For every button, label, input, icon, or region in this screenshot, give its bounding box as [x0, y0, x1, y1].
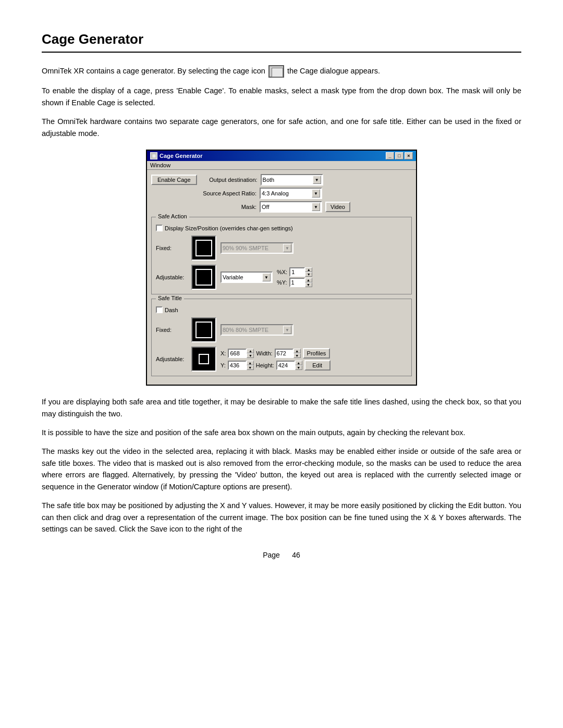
- paragraph-1: OmniTek XR contains a cage generator. By…: [42, 65, 521, 78]
- mask-value: Off: [262, 204, 312, 210]
- dash-label: Dash: [165, 307, 178, 313]
- paragraph-6: The masks key out the video in the selec…: [42, 446, 521, 492]
- safe-action-title: Safe Action: [156, 213, 189, 219]
- safe-title-height-spin-up[interactable]: ▲: [295, 361, 302, 365]
- safe-action-fixed-select: 90% 90% SMPTE ▼: [221, 242, 293, 254]
- profiles-button[interactable]: Profiles: [303, 348, 331, 359]
- titlebar-left: ⊞ Cage Generator: [150, 152, 203, 159]
- source-aspect-value: 4:3 Analog: [262, 190, 312, 196]
- safe-title-xy-row: X: ▲ ▼ Width:: [221, 348, 331, 359]
- mask-label: Mask:: [199, 204, 256, 210]
- footer-page-label: Page: [263, 551, 280, 559]
- display-size-label: Display Size/Position (overrides char-ge…: [165, 225, 293, 231]
- dialog-title: Cage Generator: [160, 153, 203, 159]
- safe-action-y-input[interactable]: 1: [289, 278, 305, 287]
- safe-action-checkbox-row: Display Size/Position (overrides char-ge…: [156, 225, 407, 231]
- safe-title-x-spin-down[interactable]: ▼: [247, 353, 254, 358]
- footer-page-number: 46: [292, 551, 300, 559]
- safe-action-x-spinbox: 1 ▲ ▼: [289, 267, 312, 277]
- percent-x-label: %X:: [277, 269, 287, 275]
- dialog-body: Enable Cage Output destination: Both ▼ S…: [147, 170, 416, 385]
- safe-title-y-spin-up[interactable]: ▲: [247, 361, 254, 365]
- mask-row: Mask: Off ▼ Video: [151, 201, 412, 213]
- paragraph-2: To enable the display of a cage, press '…: [42, 85, 521, 108]
- dialog-icon: ⊞: [150, 152, 157, 159]
- safe-action-adjustable-inner: [195, 269, 212, 286]
- safe-action-adjustable-select[interactable]: Variable ▼: [221, 272, 273, 283]
- safe-title-fixed-arrow: ▼: [283, 326, 291, 334]
- safe-title-height-row: Y: ▲ ▼ Height:: [221, 360, 331, 371]
- safe-title-fixed-inner: [195, 322, 212, 338]
- safe-title-group-title: Safe Title: [156, 295, 184, 301]
- safe-title-width-spin-down[interactable]: ▼: [293, 353, 301, 358]
- paragraph-4: If you are displaying both safe area and…: [42, 396, 521, 419]
- safe-title-y-spin-buttons: ▲ ▼: [247, 361, 254, 370]
- safe-title-adjustable-inner: [199, 354, 209, 364]
- safe-title-fixed-value: 80% 80% SMPTE: [223, 327, 283, 333]
- safe-title-checkbox-row: Dash: [156, 306, 407, 313]
- y-label: Y:: [221, 362, 226, 368]
- enable-output-row: Enable Cage Output destination: Both ▼: [151, 174, 412, 186]
- safe-action-y-spin-down[interactable]: ▼: [305, 282, 312, 287]
- cage-icon: [268, 65, 284, 78]
- source-aspect-select[interactable]: 4:3 Analog ▼: [260, 188, 322, 199]
- safe-title-height-spinbox: ▲ ▼: [276, 361, 302, 370]
- safe-title-fixed-select: 80% 80% SMPTE ▼: [221, 324, 293, 336]
- close-button[interactable]: ×: [405, 152, 413, 159]
- safe-action-x-spin-down[interactable]: ▼: [305, 272, 312, 277]
- mask-select[interactable]: Off ▼: [260, 201, 322, 213]
- x-label: X:: [221, 350, 226, 356]
- safe-action-group: Safe Action Display Size/Position (overr…: [151, 217, 412, 294]
- width-label: Width:: [256, 350, 272, 356]
- safe-title-x-spin-up[interactable]: ▲: [247, 349, 254, 353]
- source-aspect-arrow[interactable]: ▼: [312, 189, 320, 198]
- dialog-menubar: Window: [147, 161, 416, 170]
- safe-title-width-spin-up[interactable]: ▲: [293, 349, 301, 353]
- safe-action-fixed-preview: [191, 236, 216, 261]
- source-aspect-label: Source Aspect Ratio:: [199, 190, 256, 196]
- safe-title-height-spin-down[interactable]: ▼: [295, 365, 302, 370]
- safe-action-adjustable-label: Adjustable:: [156, 274, 187, 280]
- safe-title-height-input[interactable]: [276, 361, 295, 370]
- safe-action-y-spin-buttons: ▲ ▼: [305, 278, 312, 287]
- output-dest-value: Both: [263, 177, 313, 183]
- safe-title-width-input[interactable]: [275, 349, 293, 358]
- safe-title-y-input[interactable]: [228, 361, 247, 370]
- menu-item-window[interactable]: Window: [150, 162, 170, 168]
- safe-title-height-spin-buttons: ▲ ▼: [295, 361, 302, 370]
- page-footer: Page 46: [42, 551, 521, 559]
- cage-generator-dialog: ⊞ Cage Generator _ □ × Window: [146, 150, 417, 386]
- safe-action-fixed-inner: [195, 240, 212, 256]
- page-title: Cage Generator: [42, 31, 521, 53]
- safe-action-x-spin-buttons: ▲ ▼: [305, 267, 312, 277]
- output-dest-select[interactable]: Both ▼: [261, 174, 323, 186]
- display-size-checkbox[interactable]: [156, 225, 163, 231]
- paragraph-5: It is possible to have the size and posi…: [42, 427, 521, 438]
- safe-action-y-spin-up[interactable]: ▲: [305, 278, 312, 282]
- titlebar-controls: _ □ ×: [386, 152, 413, 159]
- safe-action-adjustable-arrow[interactable]: ▼: [262, 273, 271, 281]
- safe-action-x-input[interactable]: 1: [289, 267, 305, 277]
- safe-title-adjustable-label: Adjustable:: [156, 356, 187, 362]
- safe-action-fixed-label: Fixed:: [156, 245, 187, 251]
- safe-title-xywh-controls: X: ▲ ▼ Width:: [221, 348, 331, 371]
- safe-title-y-spin-down[interactable]: ▼: [247, 365, 254, 370]
- dash-checkbox[interactable]: [156, 306, 163, 313]
- mask-arrow[interactable]: ▼: [312, 203, 320, 211]
- minimize-button[interactable]: _: [386, 152, 394, 159]
- safe-action-x-spin-up[interactable]: ▲: [305, 267, 312, 272]
- safe-action-fixed-row: Fixed: 90% 90% SMPTE ▼: [156, 236, 407, 261]
- enable-cage-button[interactable]: Enable Cage: [151, 175, 197, 185]
- video-button[interactable]: Video: [325, 202, 350, 212]
- safe-action-xy-controls: %X: 1 ▲ ▼ %Y:: [277, 267, 312, 287]
- top-controls: Enable Cage Output destination: Both ▼ S…: [151, 174, 412, 213]
- source-aspect-row: Source Aspect Ratio: 4:3 Analog ▼: [151, 188, 412, 199]
- edit-button[interactable]: Edit: [304, 360, 331, 371]
- safe-title-x-spinbox: ▲ ▼: [228, 349, 254, 358]
- safe-title-x-input[interactable]: [228, 349, 247, 358]
- safe-action-fixed-arrow: ▼: [283, 244, 291, 252]
- restore-button[interactable]: □: [395, 152, 403, 159]
- output-dest-arrow[interactable]: ▼: [313, 176, 321, 184]
- safe-title-width-spin-buttons: ▲ ▼: [293, 349, 301, 358]
- safe-action-adjustable-row: Adjustable: Variable ▼ %X:: [156, 265, 407, 290]
